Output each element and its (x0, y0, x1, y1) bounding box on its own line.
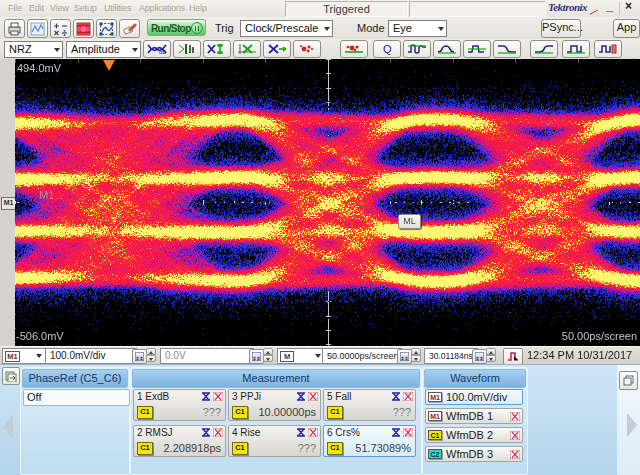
meas-eye-amplitude-button[interactable] (203, 40, 231, 58)
app-button[interactable]: App (613, 19, 640, 38)
horizontal-scale-field[interactable]: 50.0000ps/screen (322, 348, 402, 364)
menu-file[interactable]: File (8, 3, 22, 13)
measurement-tile-1[interactable]: 1 ExdB C1 ??? (133, 389, 226, 421)
ml-marker-tag[interactable]: ML (398, 214, 421, 229)
menu-view[interactable]: View (50, 3, 69, 13)
spin-up-icon[interactable] (486, 348, 496, 355)
waveform-row-wfmdb3[interactable]: C2 WfmDB 3 (425, 446, 523, 462)
run-stop-button[interactable]: Run/Stop (147, 19, 206, 36)
psync-button[interactable]: PSync... (541, 19, 581, 38)
offset-spinner[interactable] (263, 348, 273, 363)
menu-applications[interactable]: Applications (139, 3, 185, 13)
phaseref-value[interactable]: Off (23, 389, 130, 406)
eye-red-icon (308, 428, 318, 437)
scroll-left-icon[interactable] (3, 415, 13, 439)
vscale-spinner[interactable] (146, 348, 156, 363)
measure-category-value: Amplitude (71, 43, 120, 56)
measurement-tile-6[interactable]: 6 Crs% C1 51.73089% (323, 425, 416, 457)
measurement-tile-3[interactable]: 3 PPJi C1 10.00000ps (228, 389, 321, 421)
hpos-keypad-button[interactable] (472, 349, 487, 364)
meas-extinction-ratio-button[interactable]: dB (143, 40, 171, 58)
waveform-row-wfmdb1[interactable]: M1 WfmDB 1 (425, 408, 523, 424)
meas-low-button[interactable] (433, 40, 461, 58)
meas-mid-button[interactable] (463, 40, 491, 58)
source-badge: C1 (327, 442, 343, 455)
hscale-keypad-button[interactable] (397, 349, 412, 364)
source-badge: C1 (232, 442, 248, 455)
meas-q-factor-button[interactable]: Q (373, 40, 401, 58)
zoom-waveform-button[interactable] (96, 19, 117, 38)
meas-mask-hits-button[interactable] (293, 40, 321, 58)
measurement-value: ??? (203, 406, 221, 418)
eye-display-button[interactable] (73, 19, 94, 38)
menu-edit[interactable]: Edit (29, 3, 44, 13)
waveform-label: WfmDB 1 (446, 410, 493, 423)
trigger-settings-button[interactable] (503, 348, 523, 365)
menu-setup[interactable]: Setup (74, 3, 97, 13)
meas-pulse-button[interactable] (562, 40, 590, 58)
spin-up-icon[interactable] (411, 348, 421, 355)
trigger-position-icon[interactable] (103, 60, 115, 71)
vertical-offset-field[interactable]: 0.0V (160, 348, 254, 364)
hardcopy-button[interactable] (4, 19, 25, 38)
spin-up-icon[interactable] (263, 348, 273, 355)
waveform-display[interactable]: 494.0mV -506.0mV 50.00ps/screen M1 ML (15, 59, 640, 346)
measurement-tile-2[interactable]: 2 RMSJ C1 2.208918ps (133, 425, 226, 457)
measurement-label: 3 PPJi (232, 391, 261, 402)
signal-type-value: NRZ (9, 43, 32, 56)
minimize-button[interactable]: _ (602, 0, 617, 16)
eye-red-icon (213, 428, 223, 437)
vertical-scale-field[interactable]: 100.0mV/div (45, 348, 137, 364)
waveform-row-scale[interactable]: M1 100.0mV/div (425, 389, 523, 405)
spin-up-icon[interactable] (146, 348, 156, 355)
math-setup-button[interactable] (50, 19, 71, 38)
spin-down-icon[interactable] (263, 355, 273, 362)
measurement-value: 10.00000ps (259, 406, 317, 418)
horizontal-position-field[interactable]: 30.01184ns (424, 348, 478, 364)
spin-down-icon[interactable] (411, 355, 421, 362)
menu-utilities[interactable]: Utilities (104, 3, 131, 13)
meas-crossing-button[interactable] (233, 40, 261, 58)
vertical-source-select[interactable]: M1 (2, 348, 46, 364)
meas-rise-button[interactable] (530, 40, 558, 58)
waveform-header[interactable]: Waveform (424, 369, 526, 388)
spin-down-icon[interactable] (146, 355, 156, 362)
meas-fall-button[interactable] (493, 40, 521, 58)
meas-eye-width-button[interactable] (263, 40, 291, 58)
phaseref-header[interactable]: PhaseRef (C5_C6) (22, 369, 128, 388)
m1-marker-pointer[interactable]: M1 (1, 197, 16, 210)
menu-help[interactable]: Help (189, 3, 207, 13)
datetime-label: 12:34 PM 10/31/2017 (527, 349, 632, 361)
meas-nrz-button[interactable] (594, 40, 622, 58)
waveform-row-wfmdb2[interactable]: C1 WfmDB 2 (425, 427, 523, 443)
hscale-spinner[interactable] (411, 348, 421, 363)
panel-list-button[interactable] (2, 367, 20, 385)
trig-source-select[interactable]: Clock/Prescale (240, 20, 333, 37)
meas-jitter-button[interactable] (173, 40, 201, 58)
measurement-tile-5[interactable]: 5 Fall C1 ??? (323, 389, 416, 421)
waveform-label: 100.0mV/div (446, 391, 507, 404)
scroll-right-icon[interactable] (627, 413, 637, 437)
m1-badge: M1 (428, 392, 442, 402)
signal-type-select[interactable]: NRZ (4, 41, 63, 58)
toolbar-main: Run/Stop Trig Clock/Prescale Mode Eye PS… (0, 17, 640, 40)
display-settings-button[interactable] (27, 19, 48, 38)
keypad-icon (252, 352, 261, 361)
clear-data-button[interactable] (119, 19, 140, 38)
dropdown-arrow-icon (315, 354, 321, 358)
spin-down-icon[interactable] (486, 355, 496, 362)
mode-select[interactable]: Eye (388, 20, 447, 37)
horizontal-source-select[interactable]: M (277, 348, 325, 364)
meas-mask-margin-button[interactable] (340, 40, 368, 58)
measurement-tile-4[interactable]: 4 Rise C1 ??? (228, 425, 321, 457)
meas-crossing-icon (236, 43, 258, 55)
panel-restore-button[interactable] (619, 371, 638, 390)
measure-category-select[interactable]: Amplitude (66, 41, 141, 58)
offset-keypad-button[interactable] (249, 349, 264, 364)
vscale-keypad-button[interactable] (132, 349, 147, 364)
graticule-left-strip: M1 (0, 59, 15, 346)
close-button[interactable]: × (621, 0, 636, 16)
measurement-header[interactable]: Measurement (132, 369, 420, 388)
meas-high-button[interactable] (403, 40, 431, 58)
hpos-spinner[interactable] (486, 348, 496, 363)
